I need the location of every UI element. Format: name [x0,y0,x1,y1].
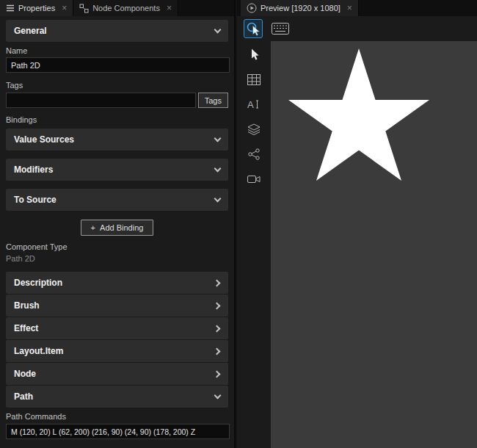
section-brush[interactable]: Brush [6,295,228,317]
section-general[interactable]: General [6,20,228,42]
properties-panel: Properties × Node Components × General N… [0,0,236,448]
star-polygon [288,48,429,181]
section-to-source[interactable]: To Source [6,189,228,211]
chevron-down-icon [214,26,222,34]
component-type-label: Component Type [6,242,228,251]
section-effect[interactable]: Effect [6,317,228,339]
list-icon [6,4,15,12]
node-graph-tool-button[interactable] [247,147,261,162]
section-modifiers-label: Modifiers [14,165,53,175]
tags-button[interactable]: Tags [198,93,228,108]
node-graph-icon [248,148,260,160]
add-binding-label: Add Binding [100,223,143,232]
name-input[interactable] [6,57,230,73]
pointer-icon [248,48,260,61]
chevron-right-icon [214,370,221,377]
preview-toolbar [237,16,477,41]
close-icon[interactable]: × [62,4,67,12]
tags-input[interactable] [6,93,196,108]
close-icon[interactable]: × [347,4,352,12]
tab-preview[interactable]: Preview [1920 x 1080] × [241,0,359,16]
chevron-down-icon [214,165,222,173]
text-tool-button[interactable]: A [247,97,261,112]
preview-tab-bar: Preview [1920 x 1080] × [237,0,477,16]
grid-icon [247,74,261,85]
preview-canvas[interactable] [271,41,477,448]
section-description[interactable]: Description [6,272,228,294]
chevron-right-icon [214,279,221,286]
section-node-label: Node [14,369,36,379]
section-modifiers[interactable]: Modifiers [6,159,228,181]
section-to-source-label: To Source [14,195,57,205]
section-path[interactable]: Path [6,386,228,408]
plus-icon: + [91,223,95,232]
tab-properties-label: Properties [18,4,55,12]
name-label: Name [6,46,228,55]
section-value-sources-label: Value Sources [14,134,74,145]
section-path-label: Path [14,391,33,402]
properties-body: General Name Tags Tags Bindings Value So… [0,16,234,439]
path-commands-input[interactable] [6,424,230,439]
left-tab-bar: Properties × Node Components × [0,0,234,16]
section-layout-item-label: Layout.Item [14,346,63,356]
play-icon [247,3,257,13]
section-general-label: General [14,26,47,36]
chevron-right-icon [214,325,221,332]
interact-tool-button[interactable] [244,19,263,38]
camera-icon [247,174,261,184]
camera-tool-button[interactable] [247,172,261,187]
svg-text:A: A [247,99,254,110]
add-binding-button[interactable]: + Add Binding [81,220,154,236]
section-effect-label: Effect [14,323,38,333]
component-type-value: Path 2D [6,254,228,263]
preview-side-toolbar: A [237,41,271,448]
section-brush-label: Brush [14,300,40,311]
chevron-down-icon [214,135,222,142]
tags-row: Tags [6,93,228,108]
chevron-right-icon [214,302,221,309]
tab-properties[interactable]: Properties × [0,0,73,16]
preview-panel: Preview [1920 x 1080] × A [237,0,477,448]
chevron-right-icon [214,347,221,355]
bindings-label: Bindings [6,115,228,124]
close-icon[interactable]: × [167,4,172,12]
tab-preview-label: Preview [1920 x 1080] [261,4,341,12]
chevron-down-icon [214,195,222,203]
node-components-icon [79,4,89,13]
section-description-label: Description [14,278,62,288]
layers-icon [247,123,261,136]
star-shape [271,41,477,448]
tab-node-components[interactable]: Node Components × [73,0,178,16]
select-tool-button[interactable] [247,47,261,62]
tags-label: Tags [6,81,228,90]
section-node[interactable]: Node [6,363,228,385]
section-value-sources[interactable]: Value Sources [6,129,228,151]
chevron-down-icon [214,392,222,400]
interact-cursor-icon [246,21,261,36]
path-commands-label: Path Commands [6,412,228,421]
grid-tool-button[interactable] [247,72,261,87]
tab-node-components-label: Node Components [92,4,160,12]
text-tool-icon: A [247,98,261,110]
keyboard-icon[interactable] [272,23,289,35]
layers-tool-button[interactable] [247,122,261,137]
section-layout-item[interactable]: Layout.Item [6,340,228,362]
